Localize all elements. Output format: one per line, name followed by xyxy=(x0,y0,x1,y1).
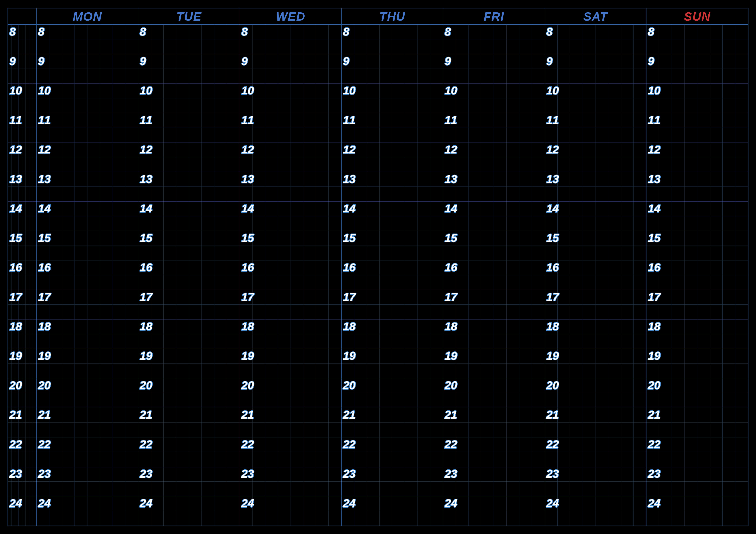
slot-sat-12[interactable]: 12 xyxy=(545,143,646,172)
slot-mon-19[interactable]: 19 xyxy=(37,349,138,378)
slot-sat-23[interactable]: 23 xyxy=(545,467,646,496)
slot-mon-10[interactable]: 10 xyxy=(37,84,138,113)
slot-sun-11[interactable]: 11 xyxy=(646,113,748,143)
slot-tue-11[interactable]: 11 xyxy=(138,113,240,143)
slot-thu-22[interactable]: 22 xyxy=(341,438,443,467)
slot-mon-8[interactable]: 8 xyxy=(37,25,138,54)
slot-thu-20[interactable]: 20 xyxy=(341,378,443,408)
slot-sun-19[interactable]: 19 xyxy=(646,349,748,378)
slot-wed-20[interactable]: 20 xyxy=(240,378,341,408)
slot-tue-8[interactable]: 8 xyxy=(138,25,240,54)
slot-fri-21[interactable]: 21 xyxy=(443,408,545,437)
day-col-fri[interactable]: 89101112131415161718192021222324 xyxy=(443,25,545,526)
slot-thu-13[interactable]: 13 xyxy=(341,172,443,201)
slot-fri-24[interactable]: 24 xyxy=(443,496,545,525)
slot-mon-14[interactable]: 14 xyxy=(37,201,138,231)
slot-sat-24[interactable]: 24 xyxy=(545,496,646,525)
day-col-wed[interactable]: 89101112131415161718192021222324 xyxy=(240,25,341,526)
slot-tue-10[interactable]: 10 xyxy=(138,84,240,113)
slot-wed-23[interactable]: 23 xyxy=(240,467,341,496)
slot-thu-15[interactable]: 15 xyxy=(341,231,443,260)
slot-sat-9[interactable]: 9 xyxy=(545,54,646,84)
slot-sun-8[interactable]: 8 xyxy=(646,25,748,54)
slot-thu-21[interactable]: 21 xyxy=(341,408,443,437)
slot-wed-10[interactable]: 10 xyxy=(240,84,341,113)
slot-wed-17[interactable]: 17 xyxy=(240,290,341,319)
slot-sun-13[interactable]: 13 xyxy=(646,172,748,201)
slot-wed-8[interactable]: 8 xyxy=(240,25,341,54)
slot-tue-21[interactable]: 21 xyxy=(138,408,240,437)
slot-thu-14[interactable]: 14 xyxy=(341,201,443,231)
day-col-tue[interactable]: 89101112131415161718192021222324 xyxy=(138,25,240,526)
slot-thu-16[interactable]: 16 xyxy=(341,260,443,290)
slot-sat-19[interactable]: 19 xyxy=(545,349,646,378)
slot-fri-16[interactable]: 16 xyxy=(443,260,545,290)
slot-sun-10[interactable]: 10 xyxy=(646,84,748,113)
slot-mon-17[interactable]: 17 xyxy=(37,290,138,319)
slot-fri-23[interactable]: 23 xyxy=(443,467,545,496)
slot-sun-16[interactable]: 16 xyxy=(646,260,748,290)
slot-thu-10[interactable]: 10 xyxy=(341,84,443,113)
slot-mon-9[interactable]: 9 xyxy=(37,54,138,84)
slot-sun-20[interactable]: 20 xyxy=(646,378,748,408)
slot-sat-13[interactable]: 13 xyxy=(545,172,646,201)
slot-fri-19[interactable]: 19 xyxy=(443,349,545,378)
slot-fri-20[interactable]: 20 xyxy=(443,378,545,408)
slot-thu-18[interactable]: 18 xyxy=(341,319,443,349)
slot-sun-9[interactable]: 9 xyxy=(646,54,748,84)
slot-thu-8[interactable]: 8 xyxy=(341,25,443,54)
slot-sun-15[interactable]: 15 xyxy=(646,231,748,260)
day-col-thu[interactable]: 89101112131415161718192021222324 xyxy=(341,25,443,526)
slot-tue-22[interactable]: 22 xyxy=(138,438,240,467)
slot-mon-18[interactable]: 18 xyxy=(37,319,138,349)
slot-tue-24[interactable]: 24 xyxy=(138,496,240,525)
slot-sun-21[interactable]: 21 xyxy=(646,408,748,437)
slot-fri-17[interactable]: 17 xyxy=(443,290,545,319)
slot-tue-12[interactable]: 12 xyxy=(138,143,240,172)
slot-tue-13[interactable]: 13 xyxy=(138,172,240,201)
slot-wed-21[interactable]: 21 xyxy=(240,408,341,437)
slot-fri-13[interactable]: 13 xyxy=(443,172,545,201)
slot-fri-8[interactable]: 8 xyxy=(443,25,545,54)
slot-fri-15[interactable]: 15 xyxy=(443,231,545,260)
slot-tue-15[interactable]: 15 xyxy=(138,231,240,260)
day-col-sun[interactable]: 89101112131415161718192021222324 xyxy=(646,25,748,526)
slot-wed-14[interactable]: 14 xyxy=(240,201,341,231)
slot-wed-22[interactable]: 22 xyxy=(240,438,341,467)
slot-mon-12[interactable]: 12 xyxy=(37,143,138,172)
slot-tue-17[interactable]: 17 xyxy=(138,290,240,319)
slot-wed-24[interactable]: 24 xyxy=(240,496,341,525)
slot-sat-10[interactable]: 10 xyxy=(545,84,646,113)
slot-tue-20[interactable]: 20 xyxy=(138,378,240,408)
slot-fri-22[interactable]: 22 xyxy=(443,438,545,467)
slot-fri-18[interactable]: 18 xyxy=(443,319,545,349)
slot-sat-14[interactable]: 14 xyxy=(545,201,646,231)
slot-mon-21[interactable]: 21 xyxy=(37,408,138,437)
slot-thu-9[interactable]: 9 xyxy=(341,54,443,84)
slot-thu-23[interactable]: 23 xyxy=(341,467,443,496)
day-col-sat[interactable]: 89101112131415161718192021222324 xyxy=(545,25,646,526)
slot-tue-16[interactable]: 16 xyxy=(138,260,240,290)
slot-tue-18[interactable]: 18 xyxy=(138,319,240,349)
slot-mon-13[interactable]: 13 xyxy=(37,172,138,201)
slot-wed-19[interactable]: 19 xyxy=(240,349,341,378)
slot-sun-23[interactable]: 23 xyxy=(646,467,748,496)
slot-fri-10[interactable]: 10 xyxy=(443,84,545,113)
slot-fri-9[interactable]: 9 xyxy=(443,54,545,84)
slot-wed-16[interactable]: 16 xyxy=(240,260,341,290)
slot-mon-15[interactable]: 15 xyxy=(37,231,138,260)
slot-sat-11[interactable]: 11 xyxy=(545,113,646,143)
slot-tue-9[interactable]: 9 xyxy=(138,54,240,84)
slot-sun-22[interactable]: 22 xyxy=(646,438,748,467)
slot-mon-20[interactable]: 20 xyxy=(37,378,138,408)
slot-wed-9[interactable]: 9 xyxy=(240,54,341,84)
slot-fri-12[interactable]: 12 xyxy=(443,143,545,172)
slot-sat-8[interactable]: 8 xyxy=(545,25,646,54)
slot-sat-18[interactable]: 18 xyxy=(545,319,646,349)
slot-thu-17[interactable]: 17 xyxy=(341,290,443,319)
slot-sun-18[interactable]: 18 xyxy=(646,319,748,349)
slot-tue-23[interactable]: 23 xyxy=(138,467,240,496)
slot-tue-14[interactable]: 14 xyxy=(138,201,240,231)
slot-wed-15[interactable]: 15 xyxy=(240,231,341,260)
slot-mon-11[interactable]: 11 xyxy=(37,113,138,143)
